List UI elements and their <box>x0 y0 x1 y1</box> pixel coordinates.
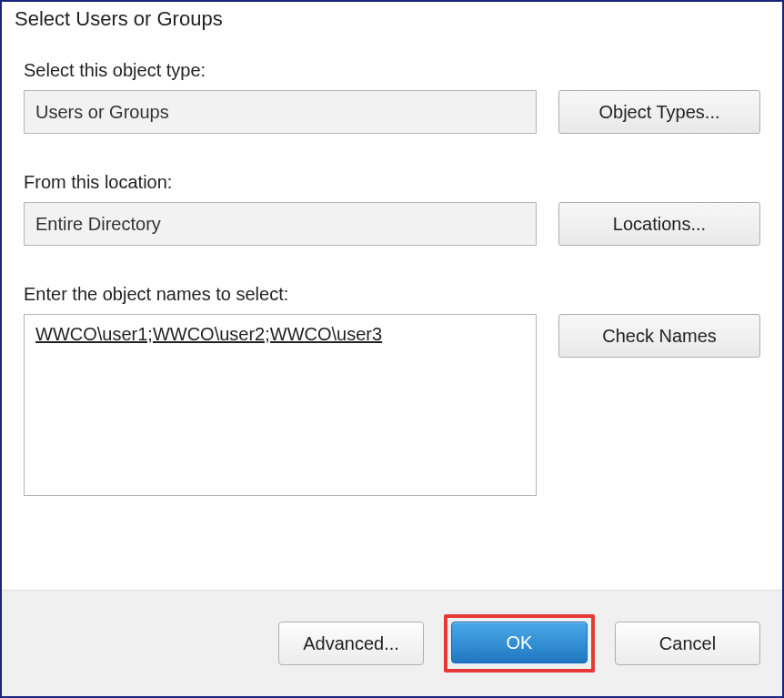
object-type-box: Users or Groups <box>24 90 537 134</box>
dialog-title: Select Users or Groups <box>2 2 782 38</box>
select-users-groups-dialog: Select Users or Groups Select this objec… <box>0 0 784 698</box>
dialog-footer: Advanced... OK Cancel <box>2 590 782 696</box>
object-type-label: Select this object type: <box>24 60 760 81</box>
advanced-button[interactable]: Advanced... <box>278 622 424 665</box>
object-types-button[interactable]: Object Types... <box>558 90 760 134</box>
locations-button[interactable]: Locations... <box>558 202 760 246</box>
location-value: Entire Directory <box>35 214 161 235</box>
check-names-button[interactable]: Check Names <box>558 314 760 358</box>
object-names-input[interactable]: WWCO\user1;WWCO\user2;WWCO\user3 <box>24 314 537 496</box>
dialog-content: Select this object type: Users or Groups… <box>2 38 782 590</box>
location-label: From this location: <box>24 172 760 193</box>
ok-button[interactable]: OK <box>451 622 588 663</box>
object-names-label: Enter the object names to select: <box>24 284 760 305</box>
highlight-ok-annotation: OK <box>444 614 595 673</box>
cancel-button[interactable]: Cancel <box>615 622 760 665</box>
location-box: Entire Directory <box>24 202 537 246</box>
object-type-value: Users or Groups <box>35 102 169 123</box>
